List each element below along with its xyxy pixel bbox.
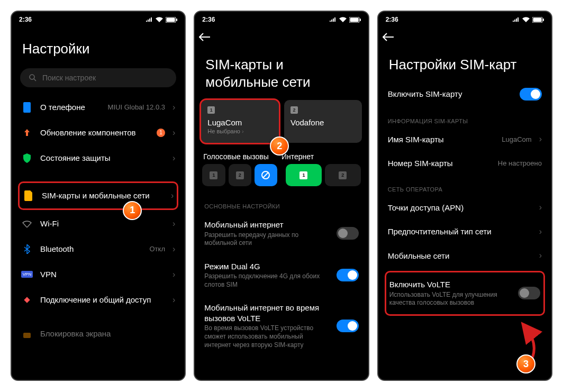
row-lock-screen[interactable]: Блокировка экрана xyxy=(18,321,178,347)
volte-call-toggle[interactable] xyxy=(337,320,359,332)
page-title: Настройки xyxy=(18,28,178,65)
lock-label: Блокировка экрана xyxy=(40,329,175,339)
chevron-right-icon: › xyxy=(539,227,542,236)
chevron-right-icon: › xyxy=(172,270,175,279)
search-icon xyxy=(29,74,37,82)
status-time: 2:36 xyxy=(19,16,32,23)
svg-rect-2 xyxy=(176,19,177,21)
svg-line-12 xyxy=(263,172,268,178)
bt-label: Bluetooth xyxy=(40,244,142,254)
phone-screen-3: 2:36 Настройки SIM-карт Включить SIM-кар… xyxy=(377,11,552,381)
ask-icon xyxy=(261,171,270,179)
svg-rect-15 xyxy=(543,19,544,21)
voice-ask-chip[interactable] xyxy=(255,164,277,186)
row-sim-networks[interactable]: SIM-карты и мобильные сети › xyxy=(20,183,177,208)
enable-sim-label: Включить SIM-карту xyxy=(388,89,512,99)
enable-sim-toggle[interactable] xyxy=(520,88,542,101)
svg-rect-1 xyxy=(167,17,175,22)
svg-rect-7 xyxy=(23,333,31,338)
status-icons xyxy=(512,17,544,23)
shield-icon xyxy=(21,152,33,164)
about-label: О телефоне xyxy=(40,102,101,113)
bt-value: Откл xyxy=(150,245,166,253)
status-time: 2:36 xyxy=(386,16,398,23)
voice-sim2-chip[interactable]: 2 xyxy=(229,164,251,186)
row-mobile-networks[interactable]: Мобильные сети › xyxy=(385,244,545,268)
row-enable-sim[interactable]: Включить SIM-карту xyxy=(385,81,545,107)
dual4g-sub: Разрешить подключение 4G для обоих слото… xyxy=(204,272,329,289)
wifi-icon xyxy=(21,218,33,230)
sim-icon xyxy=(23,190,34,202)
row-about-phone[interactable]: О телефоне MIUI Global 12.0.3 › xyxy=(18,95,178,120)
svg-rect-9 xyxy=(350,17,358,22)
phone-screen-2: 2:36 SIM-карты и мобильные сети 1 LugaCo… xyxy=(194,11,369,381)
back-button[interactable] xyxy=(378,28,551,43)
chevron-right-icon: › xyxy=(172,295,175,305)
page-title: SIM-карты и мобильные сети xyxy=(201,43,361,98)
mobile-data-label: Мобильный интернет xyxy=(204,220,329,230)
row-enable-volte[interactable]: Включить VoLTE Использовать VoLTE для ул… xyxy=(386,272,543,314)
sim-card-2[interactable]: 2 Vodafone xyxy=(284,100,362,143)
svg-rect-10 xyxy=(360,19,361,21)
back-button[interactable] xyxy=(195,28,368,43)
share-label: Подключение и общий доступ xyxy=(40,295,165,305)
svg-line-4 xyxy=(34,79,36,81)
update-icon xyxy=(21,127,33,139)
sim-slot-badge: 1 xyxy=(207,106,215,114)
chevron-right-icon: › xyxy=(172,103,175,112)
wifi-label: Wi-Fi xyxy=(40,218,165,229)
row-wifi[interactable]: Wi-Fi › xyxy=(18,211,178,236)
internet-sim2-chip[interactable]: 2 xyxy=(325,164,361,186)
svg-point-3 xyxy=(30,75,34,79)
vpn-icon: VPN xyxy=(21,269,33,280)
volte-toggle[interactable] xyxy=(518,287,540,299)
sim-name-value: LugaCom xyxy=(502,135,531,143)
step-bubble-1: 1 xyxy=(123,201,142,220)
row-mobile-data[interactable]: Мобильный интернет Разрешить передачу да… xyxy=(201,213,361,254)
sim1-name: LugaCom xyxy=(207,118,273,127)
row-apn[interactable]: Точки доступа (APN) › xyxy=(385,196,545,220)
internet-label: Интернет xyxy=(282,152,360,161)
voice-calls-label: Голосовые вызовы xyxy=(203,152,282,161)
row-bluetooth[interactable]: Bluetooth Откл › xyxy=(18,236,178,262)
chevron-right-icon: › xyxy=(172,153,175,163)
status-icons xyxy=(146,17,177,23)
row-preferred-network[interactable]: Предпочтительный тип сети › xyxy=(385,220,545,244)
mobile-data-sub: Разрешить передачу данных по мобильной с… xyxy=(204,231,329,248)
sim-label: SIM-карты и мобильные сети xyxy=(42,190,164,201)
status-icons xyxy=(329,17,361,23)
sim-card-1[interactable]: 1 LugaCom Не выбрано › xyxy=(201,100,279,143)
internet-sim1-chip[interactable]: 1 xyxy=(286,164,322,186)
update-label: Обновление компонентов xyxy=(40,127,149,138)
phone-screen-1: 2:36 Настройки Поиск настроек О телефоне… xyxy=(11,11,186,381)
dual4g-toggle[interactable] xyxy=(337,269,359,281)
row-tethering[interactable]: Подключение и общий доступ › xyxy=(18,287,178,313)
sim-cards-container: 1 LugaCom Не выбрано › 2 Vodafone 2 xyxy=(201,98,361,148)
about-value: MIUI Global 12.0.3 xyxy=(108,103,165,111)
sim1-status: Не выбрано xyxy=(207,128,240,134)
volte-call-label: Мобильный интернет во время вызовов VoLT… xyxy=(204,303,329,323)
row-security-status[interactable]: Состояние защиты › xyxy=(18,145,178,171)
volte-call-sub: Во время вызовов VoLTE устройство сможет… xyxy=(204,324,329,349)
option-selectors: 1 2 1 2 xyxy=(201,164,361,193)
pref-net-label: Предпочтительный тип сети xyxy=(388,226,532,237)
status-bar: 2:36 xyxy=(12,12,185,28)
row-vpn[interactable]: VPN VPN › xyxy=(18,262,178,287)
row-sim-name[interactable]: Имя SIM-карты LugaCom › xyxy=(385,127,545,152)
row-dual-4g[interactable]: Режим Dual 4G Разрешить подключение 4G д… xyxy=(201,254,361,296)
mobile-net-label: Мобильные сети xyxy=(388,251,532,261)
chevron-right-icon: › xyxy=(172,128,175,138)
mobile-data-toggle[interactable] xyxy=(337,227,359,240)
voice-sim1-chip[interactable]: 1 xyxy=(202,164,225,186)
search-input[interactable]: Поиск настроек xyxy=(20,68,176,87)
vpn-label: VPN xyxy=(40,269,165,280)
voice-selector: 1 2 xyxy=(202,164,277,186)
sim2-name: Vodafone xyxy=(290,118,356,127)
row-system-update[interactable]: Обновление компонентов 1 › xyxy=(18,120,178,145)
back-arrow-icon xyxy=(383,33,394,41)
row-sim-number[interactable]: Номер SIM-карты Не настроено xyxy=(385,151,545,176)
svg-rect-14 xyxy=(533,17,541,22)
chevron-right-icon: › xyxy=(172,244,175,254)
security-label: Состояние защиты xyxy=(40,153,165,163)
row-volte-calls-data[interactable]: Мобильный интернет во время вызовов VoLT… xyxy=(201,296,361,356)
